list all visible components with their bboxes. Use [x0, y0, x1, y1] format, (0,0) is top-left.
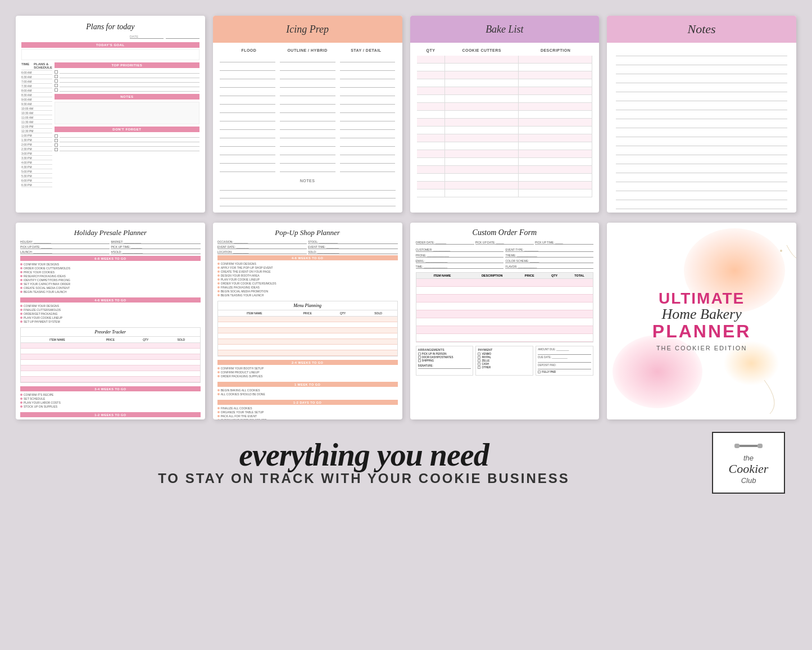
- list-item: FINALIZE PACKAGING IDEAS: [217, 286, 398, 289]
- table-row: [416, 295, 593, 303]
- notes-card: Notes: [607, 16, 796, 213]
- custom-top-fields: ORDER DATE: _______ PICK UP DATE: _____ …: [416, 241, 594, 245]
- holiday-title: Holiday Presale Planner: [20, 228, 201, 237]
- list-item: CREATE THE EVENT ON YOUR PAGE: [217, 270, 398, 273]
- table-row: [21, 349, 200, 354]
- notes-body: [607, 43, 796, 213]
- notes-area: [55, 102, 199, 124]
- icing-lines-grid: [220, 56, 396, 172]
- schedule-left: TIME PLANS & SCHEDULE 6:00 AM 6:30 AM 7:…: [21, 62, 52, 187]
- table-row: [417, 134, 593, 142]
- list-item: PLAN YOUR COOKIE LINEUP: [217, 278, 398, 281]
- cookier-club-main: Cookier: [729, 462, 769, 476]
- table-row: [416, 310, 593, 318]
- table-row: [218, 350, 397, 356]
- popup-remaining-sections: 2-4 WEEKS TO GO CONFIRM YOUR BOOTH SETUP…: [217, 360, 398, 419]
- svg-rect-3: [734, 444, 740, 448]
- table-row: [417, 174, 593, 182]
- popup-section-2-4: 2-4 WEEKS TO GO CONFIRM YOUR BOOTH SETUP…: [217, 360, 398, 380]
- list-item: PLAN YOUR LABOR COSTS: [20, 401, 201, 404]
- holiday-remaining-sections: 3-4 WEEKS TO GO CONFIRM IT'S RECIPE SET …: [20, 386, 201, 419]
- custom-order-header: ITEM NAME DESCRIPTION PRICE QTY TOTAL: [416, 273, 593, 279]
- list-item: SET YOUR CAPACITY/MAX ORDER: [20, 282, 201, 286]
- table-row: [417, 182, 593, 189]
- list-item: SET SCHEDULE: [20, 397, 201, 400]
- table-row: [218, 339, 397, 345]
- icing-notes-label: NOTES: [220, 179, 396, 183]
- table-row: [417, 111, 593, 119]
- row-2: Holiday Presale Planner HOLIDAY: _______…: [16, 223, 796, 419]
- top-priorities-header: TOP PRIORITIES: [55, 62, 199, 68]
- popup-section-1-2-days: 1-2 DAYS TO GO FINALIZE ALL COOKIES ORGA…: [217, 400, 398, 419]
- bake-body: QTY COOKIE CUTTERS DESCRIPTION: [410, 43, 600, 203]
- custom-info-grid: CUSTOMER: ___________ EVENT TYPE: ______…: [416, 248, 594, 269]
- table-row: [21, 377, 200, 382]
- bake-title: Bake List: [486, 24, 524, 35]
- custom-order-table: ITEM NAME DESCRIPTION PRICE QTY TOTAL: [416, 272, 594, 342]
- menu-rows: [218, 317, 397, 356]
- main-container: Plans for today DATE TODAY'S GOAL TIME P…: [0, 0, 812, 650]
- holiday-presale-card: Holiday Presale Planner HOLIDAY: _______…: [16, 223, 205, 419]
- holiday-section-6-8: 6-8 WEEKS TO GO CONFIRM YOUR DESIGNS ORD…: [20, 256, 201, 295]
- icing-col-headers: FLOOD OUTLINE / HYBRID STAY / DETAIL: [220, 48, 396, 52]
- notes-lines: [616, 51, 787, 213]
- rolling-pin-icon: [734, 441, 763, 453]
- goal-input-area: [21, 49, 199, 60]
- list-item: FINALIZE CUTTERS/MOLDS: [20, 308, 201, 312]
- table-row: [417, 189, 593, 197]
- list-item: ORDER COOKIE CUTTERS/MOLDS: [20, 267, 201, 270]
- svg-rect-4: [757, 444, 763, 448]
- list-item: IDENTIFY COMPETITORS PRICING: [20, 278, 201, 282]
- table-row: [417, 166, 593, 174]
- plans-date-bar: DATE: [21, 35, 199, 39]
- list-item: RESEARCH PACKAGING IDEAS: [20, 274, 201, 278]
- table-row: [416, 287, 593, 295]
- list-item: SET UP PAYMENT SYSTEM: [20, 320, 201, 323]
- table-row: [218, 333, 397, 339]
- plans-today-card: Plans for today DATE TODAY'S GOAL TIME P…: [16, 16, 205, 213]
- table-row: [416, 279, 593, 287]
- list-item: PLAN YOUR COOKIE LINEUP: [20, 316, 201, 319]
- list-item: STOCK UP ON SUPPLIES: [20, 405, 201, 408]
- list-item: CONFIRM YOUR DESIGNS: [20, 304, 201, 308]
- cookier-club-club: Club: [741, 476, 756, 485]
- custom-order-title: Custom Order Form: [416, 228, 594, 237]
- list-item: CONFIRM IT'S RECIPE: [20, 393, 201, 396]
- custom-order-rows: [416, 279, 593, 342]
- table-row: [21, 371, 200, 377]
- cover-card: ULTIMATE Home Bakery PLANNER THE COOKIER…: [607, 223, 796, 419]
- arrangements-section: ARRANGEMENTS PICK UP IN PERSON DOOR DASH…: [416, 346, 474, 376]
- list-item: CONFIRM YOUR BOOTH SETUP: [217, 367, 398, 370]
- table-row: [417, 56, 593, 64]
- list-item: CONFIRM PRODUCT LINEUP: [217, 371, 398, 374]
- icing-prep-card: Icing Prep FLOOD OUTLINE / HYBRID STAY /…: [213, 16, 402, 213]
- list-item: CONFIRM YOUR DESIGNS: [20, 263, 201, 266]
- list-item: BEGIN TEASING YOUR LAUNCH: [217, 294, 398, 297]
- bake-rows: [417, 56, 593, 197]
- stay-on-track-text: TO STAY ON TRACK WITH YOUR COOKIE BUSINE…: [27, 471, 701, 486]
- list-item: ORGANIZE YOUR TABLE SETUP: [217, 410, 398, 414]
- icing-title: Icing Prep: [286, 24, 329, 35]
- todays-goal-header: TODAY'S GOAL: [21, 42, 199, 48]
- list-item: APPLY FOR THE POP-UP SHOP EVENT: [217, 266, 398, 269]
- cookier-club-the: the: [743, 454, 754, 462]
- table-row: [21, 365, 200, 371]
- cover-ultimate-text: ULTIMATE: [652, 291, 751, 306]
- holiday-section-1-2: 1-2 WEEKS TO GO BEGIN DOUGH PREP BAKE AL…: [20, 412, 201, 419]
- table-row: [417, 158, 593, 166]
- list-item: PACK ALL FOR THE EVENT: [217, 414, 398, 418]
- table-row: [21, 343, 200, 349]
- amount-section: AMOUNT DUE: _________ DUE DATE: ________…: [536, 346, 593, 376]
- table-row: [416, 334, 593, 342]
- preorder-tracker: Preorder Tracker ITEM NAME PRICE QTY SOL…: [20, 327, 201, 383]
- popup-section-4-6: 4-6 WEEKS TO GO CONFIRM YOUR DESIGNS APP…: [217, 255, 398, 299]
- popup-shop-card: Pop-Up Shop Planner OCCASION: _________ …: [213, 223, 402, 419]
- preorder-rows: [21, 343, 200, 382]
- bottom-text-group: everything you need TO STAY ON TRACK WIT…: [27, 439, 701, 486]
- svg-point-0: [780, 250, 782, 252]
- table-row: [417, 64, 593, 71]
- menu-planning-title: Menu Planning: [218, 301, 397, 310]
- list-item: DESIGN YOUR BOOTH AREA: [217, 274, 398, 277]
- popup-section-1-week: 1 WEEK TO GO BEGIN BAKING ALL COOKIES AL…: [217, 382, 398, 398]
- table-row: [417, 79, 593, 87]
